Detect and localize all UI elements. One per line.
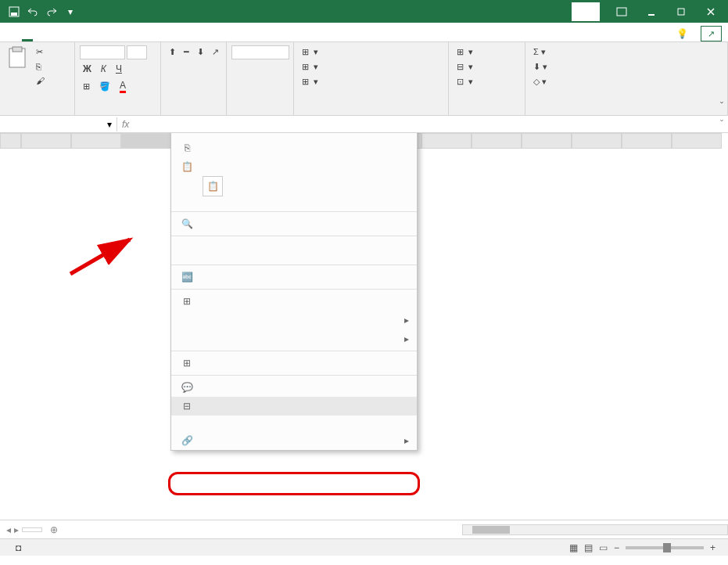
qat-dropdown-icon[interactable]: ▾ xyxy=(63,4,78,20)
paste-icon[interactable] xyxy=(5,45,30,70)
fill-color-icon[interactable]: 🪣 xyxy=(96,78,113,95)
formula-bar-row: ▾ fx ˇ xyxy=(0,116,728,133)
tab-insert[interactable] xyxy=(38,37,48,41)
font-name[interactable] xyxy=(80,45,125,59)
col-header[interactable] xyxy=(421,133,472,149)
maximize-icon[interactable] xyxy=(667,2,695,21)
cm-link[interactable]: 🔗▸ xyxy=(171,431,417,450)
bold-button[interactable]: Ж xyxy=(80,62,95,76)
cm-pick-from-list[interactable] xyxy=(171,416,417,423)
share-button[interactable]: ↗ xyxy=(701,26,722,41)
cut-icon[interactable]: ✂ xyxy=(33,45,48,59)
context-menu: ✂ ⎘ 📋 📋 🔍 🔤 ⊞ ▸ ▸ ⊞ 💬 ⊟ 🔗▸ xyxy=(170,133,418,451)
delete-cells-button[interactable]: ⊟ ▾ xyxy=(454,60,520,74)
tab-formulas[interactable] xyxy=(69,37,80,41)
copy-icon[interactable]: ⎘ xyxy=(33,60,48,73)
tab-view[interactable] xyxy=(116,37,127,41)
cm-format-cells[interactable]: ⊟ xyxy=(171,397,417,416)
tab-layout[interactable] xyxy=(53,37,64,41)
cm-delete[interactable] xyxy=(171,247,417,254)
view-normal-icon[interactable]: ▦ xyxy=(569,542,578,553)
align-bottom-icon[interactable]: ⬇ xyxy=(194,45,207,59)
fill-icon[interactable]: ⬇ ▾ xyxy=(530,60,723,74)
tab-data[interactable] xyxy=(84,37,95,41)
format-painter-icon[interactable]: 🖌 xyxy=(33,74,48,87)
col-header[interactable] xyxy=(71,133,121,149)
zoom-slider[interactable] xyxy=(626,546,704,549)
italic-button[interactable]: К xyxy=(98,62,109,76)
orientation-icon[interactable]: ↗ xyxy=(209,45,222,59)
align-top-icon[interactable]: ⬆ xyxy=(166,45,179,59)
svg-rect-1 xyxy=(11,13,17,16)
col-header[interactable] xyxy=(672,133,722,149)
fx-icon[interactable]: fx xyxy=(122,119,129,130)
zoom-out-icon[interactable]: − xyxy=(614,542,619,553)
clear-icon[interactable]: ◇ ▾ xyxy=(530,75,723,88)
conditional-format-button[interactable]: ⊞ ▾ xyxy=(299,45,443,59)
collapse-ribbon-icon[interactable]: ˇ xyxy=(720,101,723,112)
tab-developer[interactable] xyxy=(131,37,142,41)
cm-cut[interactable]: ✂ xyxy=(171,133,417,139)
cm-paste-special[interactable] xyxy=(171,201,417,209)
zoom-in-icon[interactable]: + xyxy=(710,542,715,553)
cell-styles-button[interactable]: ⊞ ▾ xyxy=(299,75,443,88)
cm-insert[interactable] xyxy=(171,239,417,247)
col-header[interactable] xyxy=(472,133,522,149)
cm-filter[interactable]: ▸ xyxy=(171,311,417,329)
cm-copy[interactable]: ⎘ xyxy=(171,139,417,157)
sheet-nav-prev-icon[interactable]: ◂ xyxy=(6,524,11,535)
macro-record-icon[interactable]: ◘ xyxy=(16,542,21,553)
title-bar: ▾ xyxy=(0,0,728,23)
annotation-highlight xyxy=(168,472,420,495)
col-header[interactable] xyxy=(522,133,572,149)
new-sheet-icon[interactable]: ⊕ xyxy=(45,524,63,535)
cm-define-name[interactable] xyxy=(171,423,417,431)
tell-me-icon[interactable]: 💡 xyxy=(676,28,688,39)
horizontal-scrollbar[interactable] xyxy=(462,524,728,535)
cm-quick-analysis: ⊞ xyxy=(171,292,417,311)
col-header[interactable] xyxy=(622,133,672,149)
sheet-tab[interactable] xyxy=(22,527,42,532)
font-size[interactable] xyxy=(127,45,147,59)
border-icon[interactable]: ⊞ xyxy=(80,78,93,95)
cm-smart-lookup[interactable]: 🔍 xyxy=(171,214,417,233)
redo-icon[interactable] xyxy=(44,4,59,20)
tab-home[interactable] xyxy=(22,34,33,41)
view-pagelayout-icon[interactable]: ▤ xyxy=(584,542,593,553)
format-cells-button[interactable]: ⊡ ▾ xyxy=(454,75,520,88)
analysis-icon: ⊞ xyxy=(179,296,195,307)
autosum-icon[interactable]: Σ ▾ xyxy=(530,45,723,59)
underline-button[interactable]: Ч xyxy=(113,62,125,76)
formula-expand-icon[interactable]: ˇ xyxy=(720,119,723,130)
ribbon-display-icon[interactable] xyxy=(608,2,636,21)
cm-get-data[interactable]: ⊞ xyxy=(171,354,417,372)
cm-sort[interactable]: ▸ xyxy=(171,329,417,348)
undo-icon[interactable] xyxy=(25,4,41,20)
translate-icon: 🔤 xyxy=(179,272,195,282)
view-pagebreak-icon[interactable]: ▭ xyxy=(599,542,608,553)
cm-insert-comment[interactable]: 💬 xyxy=(171,378,417,397)
sheet-tabs: ◂ ▸ ⊕ xyxy=(0,520,728,538)
ribbon: ✂ ⎘ 🖌 Ж К Ч ⊞ 🪣 A xyxy=(0,42,728,116)
login-button[interactable] xyxy=(572,2,600,21)
paste-option-icon[interactable]: 📋 xyxy=(203,176,223,196)
minimize-icon[interactable] xyxy=(637,2,665,21)
tab-file[interactable] xyxy=(6,37,17,41)
name-box[interactable]: ▾ xyxy=(0,117,117,131)
close-icon[interactable] xyxy=(697,2,725,21)
col-header[interactable] xyxy=(121,133,171,149)
col-header[interactable] xyxy=(21,133,71,149)
number-format[interactable] xyxy=(231,45,289,59)
font-color-icon[interactable]: A xyxy=(117,78,129,95)
format-as-table-button[interactable]: ⊞ ▾ xyxy=(299,60,443,74)
cm-translate[interactable]: 🔤 xyxy=(171,268,417,286)
tab-review[interactable] xyxy=(100,37,111,41)
insert-cells-button[interactable]: ⊞ ▾ xyxy=(454,45,520,59)
cm-clear[interactable] xyxy=(171,254,417,262)
save-icon[interactable] xyxy=(6,4,22,20)
tab-help[interactable] xyxy=(147,37,158,41)
sheet-nav-next-icon[interactable]: ▸ xyxy=(14,524,19,535)
col-header[interactable] xyxy=(572,133,622,149)
align-middle-icon[interactable]: ━ xyxy=(181,45,192,59)
select-all-corner[interactable] xyxy=(0,133,21,149)
